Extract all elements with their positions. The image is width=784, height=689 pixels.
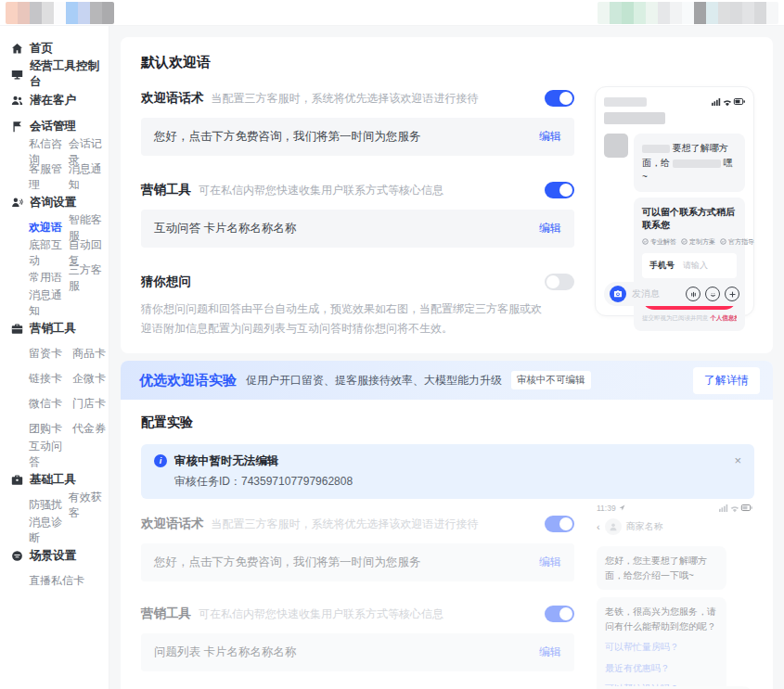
sidebar-item-lead-card[interactable]: 留资卡: [29, 346, 70, 362]
marketing-tool-value-box: 互动问答 卡片名称名称名称 编辑: [141, 210, 574, 248]
edit-welcome-script-link[interactable]: 编辑: [539, 129, 561, 145]
merchant-avatar: [605, 518, 622, 535]
marketing-tool-toggle[interactable]: [545, 182, 574, 198]
guess-question-link[interactable]: 最近有优惠吗？: [605, 661, 718, 676]
console-icon: [11, 69, 23, 81]
sidebar-item-store-card[interactable]: 门店卡: [72, 396, 106, 412]
voice-button[interactable]: [686, 287, 700, 301]
sidebar-item-scene-settings[interactable]: 场景设置: [0, 542, 109, 568]
exp-welcome-script-toggle[interactable]: [545, 516, 574, 532]
exp-welcome-script-desc: 当配置三方客服时，系统将优先选择该欢迎语进行接待: [212, 517, 546, 532]
smiley-icon: [709, 290, 717, 299]
person-icon: [609, 522, 618, 531]
account-info-blurred: [598, 2, 778, 24]
alert-task-id: 审核任务ID：743597107797962808: [174, 474, 725, 490]
welcome-script-value-box: 您好，点击下方免费咨询，我们将第一时间为您服务 编辑: [141, 118, 574, 156]
check-circle-icon: [720, 238, 726, 245]
home-icon: [11, 43, 23, 55]
agreement-link[interactable]: 个人信息授权和保护声明: [710, 314, 737, 321]
sidebar-item-message-notification[interactable]: 消息通知: [29, 287, 70, 319]
sidebar-item-message-diagnosis[interactable]: 消息诊断: [29, 515, 70, 546]
back-icon[interactable]: ‹: [597, 521, 600, 532]
exp-welcome-script-label: 欢迎语话术: [141, 516, 204, 532]
guess-question-toggle[interactable]: [545, 274, 574, 290]
experiment-card: 优选欢迎语实验 促用户开口留资、提客服接待效率、大模型能力升级 审核中不可编辑 …: [121, 361, 773, 689]
sidebar-item-bottom-interaction[interactable]: 底部互动: [29, 237, 66, 269]
voice-icon: [689, 290, 698, 299]
config-experiment-title: 配置实验: [141, 415, 754, 431]
sidebar-item-potential-customers[interactable]: 潜在客户: [0, 87, 109, 113]
edit-marketing-tool-link[interactable]: 编辑: [539, 221, 561, 236]
merchant-name-blurred: [604, 112, 665, 124]
lead-tag: 官方指导: [720, 237, 754, 247]
sidebar-item-marketing-tools[interactable]: 营销工具: [0, 315, 109, 341]
exp-marketing-value-box: 问题列表 卡片名称名称名称 编辑: [141, 633, 574, 671]
exp-marketing-desc: 可在私信内帮您快速收集用户联系方式等核心信息: [199, 606, 545, 622]
welcome-script-desc: 当配置三方客服时，系统将优先选择该欢迎语进行接待: [212, 91, 546, 107]
sidebar-item-live-private-card[interactable]: 直播私信卡: [29, 573, 84, 589]
sidebar-item-effective-leads[interactable]: 有效获客: [69, 490, 109, 521]
info-icon: i: [154, 454, 167, 467]
location-arrow-icon: [619, 504, 625, 511]
sidebar: 首页 经营工具控制台 潜在客户 会话管理 私信咨询会话记录 客服管理消息通知 咨…: [0, 26, 109, 689]
marketing-tool-value: 互动问答 卡片名称名称名称: [154, 221, 539, 236]
welcome-script-value: 您好，点击下方免费咨询，我们将第一时间为您服务: [154, 129, 539, 145]
phone-field-label: 手机号: [649, 260, 675, 272]
card-title: 默认欢迎语: [141, 54, 754, 71]
phone-preview-experiment: 11:39 ‹ 商家名称 您好，您主要想了解哪方面，给您介绍一下哦~: [595, 499, 754, 689]
sidebar-item-service-management[interactable]: 客服管理: [29, 161, 66, 193]
review-alert: i 审核中暂时无法编辑 审核任务ID：743597107797962808 ×: [141, 444, 754, 499]
experiment-banner-desc: 促用户开口留资、提客服接待效率、大模型能力升级: [246, 373, 502, 389]
message-input-placeholder[interactable]: 发消息: [632, 287, 681, 300]
app-logo-blurred: [6, 2, 114, 24]
close-icon[interactable]: ×: [734, 453, 741, 467]
sidebar-item-wechat-card[interactable]: 微信卡: [29, 396, 70, 412]
users-icon: [11, 95, 23, 107]
sidebar-item-product-card[interactable]: 商品卡: [72, 346, 106, 362]
guess-question-bubble: 老铁，很高兴为您服务，请问有什么能帮助到您的呢？ 可以帮忙量房吗？ 最近有优惠吗…: [597, 597, 726, 689]
sidebar-item-common-phrases[interactable]: 常用语: [29, 270, 66, 286]
review-status-badge: 审核中不可编辑: [511, 371, 591, 389]
camera-button[interactable]: [610, 286, 626, 302]
headset-icon: [11, 197, 23, 209]
welcome-script-label: 欢迎语话术: [141, 90, 204, 107]
welcome-bubble: 要想了解哪方面，给 嘿~: [634, 134, 745, 192]
briefcase-icon: [11, 323, 23, 335]
lead-card-title: 可以留个联系方式稍后联系您: [642, 206, 737, 232]
merchant-name: 商家名称: [626, 520, 663, 533]
exp-marketing-value: 问题列表 卡片名称名称名称: [154, 644, 539, 660]
emoji-button[interactable]: [705, 287, 720, 301]
more-button[interactable]: [725, 287, 739, 301]
sidebar-item-home[interactable]: 首页: [0, 35, 109, 61]
experiment-banner-title: 优选欢迎语实验: [139, 372, 237, 389]
sidebar-item-welcome-message[interactable]: 欢迎语: [29, 220, 66, 236]
learn-more-button[interactable]: 了解详情: [693, 367, 760, 394]
phone-field-placeholder: 请输入: [683, 260, 708, 272]
exp-marketing-label: 营销工具: [141, 606, 191, 622]
exp-marketing-toggle[interactable]: [545, 606, 574, 622]
sidebar-item-business-console[interactable]: 经营工具控制台: [0, 61, 109, 87]
guess-question-link[interactable]: 可以帮忙量房吗？: [605, 640, 718, 655]
exp-edit-marketing-link[interactable]: 编辑: [539, 644, 561, 660]
greeting-bubble: 您好，您主要想了解哪方面，给您介绍一下哦~: [597, 546, 726, 590]
sidebar-item-interactive-qa[interactable]: 互动问答: [29, 439, 70, 470]
sidebar-item-link-card[interactable]: 链接卡: [29, 371, 70, 387]
signal-wifi-battery-icon: [719, 503, 752, 513]
plus-icon: [728, 290, 737, 299]
signal-wifi-battery-icon: [712, 96, 745, 107]
top-bar: [0, 0, 784, 26]
experiment-banner: 优选欢迎语实验 促用户开口留资、提客服接待效率、大模型能力升级 审核中不可编辑 …: [121, 361, 773, 400]
avatar-blurred: [604, 134, 628, 158]
sidebar-item-anti-harassment[interactable]: 防骚扰: [29, 497, 66, 513]
sidebar-item-voucher[interactable]: 代金券: [72, 421, 106, 437]
lead-capture-card: 可以留个联系方式稍后联系您 专业解答 定制方案 官方指导 手机号 请输入 立即领…: [634, 198, 745, 331]
sidebar-item-group-buy-card[interactable]: 团购卡: [29, 421, 70, 437]
sidebar-item-qiwei-card[interactable]: 企微卡: [72, 371, 106, 387]
main-content: 默认欢迎语 欢迎语话术 当配置三方客服时，系统将优先选择该欢迎语进行接待 您好，…: [109, 26, 784, 689]
phone-number-field[interactable]: 手机号 请输入: [642, 253, 737, 278]
exp-edit-script-link[interactable]: 编辑: [539, 555, 561, 570]
check-circle-icon: [681, 238, 688, 245]
welcome-script-toggle[interactable]: [545, 90, 574, 107]
sidebar-item-third-party-service[interactable]: 三方客服: [69, 262, 109, 294]
sidebar-item-message-notice[interactable]: 消息通知: [69, 161, 109, 193]
